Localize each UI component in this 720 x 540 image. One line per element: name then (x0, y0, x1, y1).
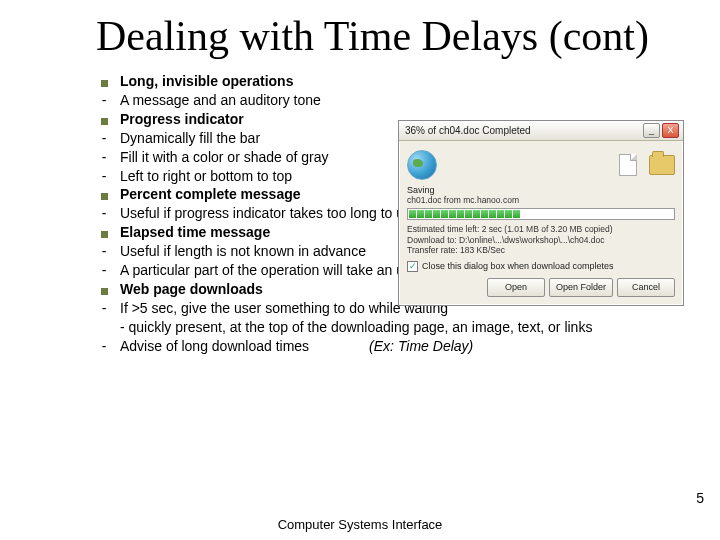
dash-bullet-icon: - (88, 91, 120, 110)
progress-segment (473, 210, 480, 218)
progress-segment (457, 210, 464, 218)
progress-segment (481, 210, 488, 218)
list-item: - quickly present, at the top of the dow… (88, 318, 680, 337)
list-item: Long, invisible operations (88, 72, 680, 91)
saving-label: Saving (407, 185, 675, 195)
transfer-rate: Transfer rate: 183 KB/Sec (407, 245, 675, 256)
dash-bullet-icon: - (88, 299, 120, 318)
list-item-text: A message and an auditory tone (120, 91, 680, 110)
download-location: Download to: D:\online\...\dws\workshop\… (407, 235, 675, 246)
close-button[interactable]: X (662, 123, 679, 138)
progress-segment (465, 210, 472, 218)
list-item: -Advise of long download times(Ex: Time … (88, 337, 680, 356)
globe-icon (407, 150, 437, 180)
dash-bullet-icon: - (88, 242, 120, 261)
slide: Dealing with Time Delays (cont) 36% of c… (0, 0, 720, 540)
open-button[interactable]: Open (487, 278, 545, 297)
download-url: ch01.doc from mc.hanoo.com (407, 195, 675, 205)
example-annotation: (Ex: Time Delay) (369, 337, 473, 356)
slide-title: Dealing with Time Delays (cont) (0, 0, 720, 68)
progress-segment (449, 210, 456, 218)
square-bullet-icon (88, 114, 120, 128)
dialog-body: Saving ch01.doc from mc.hanoo.com Estima… (399, 141, 683, 305)
list-item-text: Advise of long download times(Ex: Time D… (120, 337, 680, 356)
cancel-button[interactable]: Cancel (617, 278, 675, 297)
open-folder-button[interactable]: Open Folder (549, 278, 613, 297)
dash-bullet-icon: - (88, 167, 120, 186)
dialog-title-text: 36% of ch04.doc Completed (405, 125, 643, 136)
progress-segment (425, 210, 432, 218)
dialog-titlebar: 36% of ch04.doc Completed _ X (399, 121, 683, 141)
progress-segment (513, 210, 520, 218)
progress-segment (441, 210, 448, 218)
square-bullet-icon (88, 227, 120, 241)
progress-segment (489, 210, 496, 218)
close-when-done-label: Close this dialog box when download comp… (422, 261, 614, 271)
dash-bullet-icon: - (88, 204, 120, 223)
download-dialog: 36% of ch04.doc Completed _ X Saving ch0… (398, 120, 684, 306)
estimated-time: Estimated time left: 2 sec (1.01 MB of 3… (407, 224, 675, 235)
document-icon (619, 154, 637, 176)
list-item-text: Long, invisible operations (120, 72, 680, 91)
square-bullet-icon (88, 189, 120, 203)
folder-icon (649, 155, 675, 175)
minimize-button[interactable]: _ (643, 123, 660, 138)
list-item: -A message and an auditory tone (88, 91, 680, 110)
dash-bullet-icon: - (88, 261, 120, 280)
close-when-done-checkbox[interactable]: ✓ (407, 261, 418, 272)
dash-bullet-icon: - (88, 337, 120, 356)
page-number: 5 (696, 490, 704, 506)
progress-segment (497, 210, 504, 218)
list-item-text: - quickly present, at the top of the dow… (120, 318, 680, 337)
square-bullet-icon (88, 284, 120, 298)
dash-bullet-icon: - (88, 148, 120, 167)
progress-segment (505, 210, 512, 218)
progress-bar (407, 208, 675, 220)
progress-segment (433, 210, 440, 218)
square-bullet-icon (88, 76, 120, 90)
progress-segment (417, 210, 424, 218)
dash-bullet-icon: - (88, 129, 120, 148)
progress-segment (409, 210, 416, 218)
slide-footer: Computer Systems Interface (0, 517, 720, 532)
